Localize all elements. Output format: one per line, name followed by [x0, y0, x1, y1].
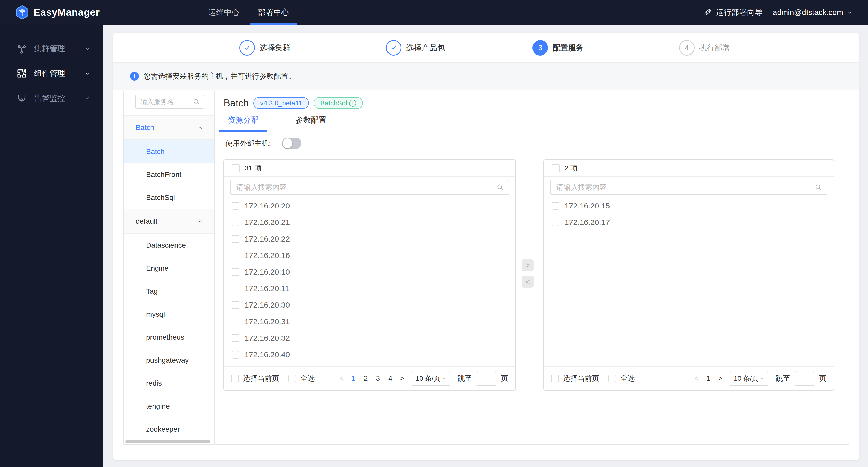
top-nav-item-2[interactable]: 部署中心	[249, 0, 298, 25]
step-connector	[287, 47, 384, 48]
user-menu[interactable]: admin@dtstack.com	[773, 8, 853, 17]
host-checkbox[interactable]	[552, 202, 559, 210]
target-count: 2 项	[564, 163, 578, 173]
tag-info-icon[interactable]: i	[349, 100, 356, 107]
select-all-checkbox[interactable]	[288, 374, 296, 382]
page-size-select[interactable]: 10 条/页	[411, 371, 450, 386]
move-left-button[interactable]: <	[522, 276, 533, 288]
service-tag: BatchSql i	[314, 97, 363, 109]
service-search-input[interactable]	[141, 96, 192, 108]
host-checkbox[interactable]	[231, 235, 239, 243]
top-nav-item-1[interactable]: 运维中心	[199, 0, 249, 25]
service-item-Engine[interactable]: Engine	[124, 257, 214, 280]
page-size-select[interactable]: 10 条/页	[730, 371, 769, 386]
source-search-input[interactable]	[236, 181, 494, 194]
sidebar-item-告警监控[interactable]: 告警监控	[0, 86, 103, 110]
host-ip: 172.16.20.32	[245, 334, 290, 342]
service-item-mysql[interactable]: mysql	[124, 303, 214, 326]
next-page-button[interactable]: >	[715, 374, 726, 382]
next-page-button[interactable]: >	[397, 374, 408, 382]
run-deploy-wizard-link[interactable]: 运行部署向导	[704, 7, 763, 18]
page-number-2[interactable]: 2	[360, 374, 372, 382]
host-row: 172.16.20.40	[231, 346, 513, 363]
host-checkbox[interactable]	[231, 334, 239, 342]
host-ip: 172.16.20.21	[245, 218, 290, 227]
service-item-pushgateway[interactable]: pushgateway	[124, 349, 214, 372]
alert-monitor-icon	[17, 93, 27, 103]
host-checkbox[interactable]	[231, 318, 239, 326]
select-all-header-checkbox[interactable]	[231, 164, 240, 172]
pagination: <1>10 条/页跳至页	[691, 371, 826, 386]
top-bar: EasyManager 运维中心部署中心 运行部署向导 admin@dtstac…	[0, 0, 868, 25]
host-row: 172.16.20.15	[552, 198, 831, 214]
service-group-name: Batch	[136, 124, 197, 132]
host-checkbox[interactable]	[231, 252, 239, 259]
host-checkbox[interactable]	[231, 301, 239, 309]
service-list: BatchBatchBatchFrontBatchSqldefaultDatas…	[124, 115, 214, 441]
tab-resource-allocation[interactable]: 资源分配	[224, 109, 263, 131]
host-checkbox[interactable]	[231, 268, 239, 276]
host-checkbox[interactable]	[231, 351, 239, 359]
host-checkbox[interactable]	[231, 202, 239, 210]
search-icon	[496, 184, 504, 191]
select-all-checkbox[interactable]	[609, 374, 616, 382]
source-footer: 选择当前页全选<1234>10 条/页跳至页	[224, 366, 516, 390]
step-4[interactable]: 4执行部署	[679, 33, 730, 63]
step-label: 选择集群	[259, 43, 290, 53]
host-ip: 172.16.20.15	[564, 201, 610, 210]
step-2[interactable]: 选择产品包	[386, 33, 445, 63]
select-all-group: 全选	[609, 373, 635, 383]
page-unit-label: 页	[501, 373, 508, 383]
select-current-page-checkbox[interactable]	[231, 374, 239, 382]
service-item-BatchFront[interactable]: BatchFront	[124, 163, 214, 186]
jump-page-input[interactable]	[477, 371, 496, 386]
service-item-Datascience[interactable]: Datascience	[124, 234, 214, 257]
page-number-4[interactable]: 4	[384, 374, 397, 382]
tab-parameter-config[interactable]: 参数配置	[291, 109, 331, 131]
step-label: 配置服务	[553, 43, 584, 53]
select-current-page-checkbox[interactable]	[551, 374, 559, 382]
page-size-label: 10 条/页	[734, 374, 758, 383]
service-item-Batch[interactable]: Batch	[124, 140, 214, 163]
component-icon	[17, 68, 27, 78]
external-host-toggle[interactable]	[282, 138, 301, 149]
service-item-redis[interactable]: redis	[124, 372, 214, 395]
host-ip: 172.16.20.40	[245, 350, 290, 359]
sidebar-item-集群管理[interactable]: 集群管理	[0, 36, 103, 61]
user-email: admin@dtstack.com	[773, 8, 843, 17]
move-right-button[interactable]: >	[522, 259, 533, 271]
top-nav-label: 运维中心	[208, 7, 239, 18]
check-icon	[389, 43, 398, 52]
service-panel: BatchBatchBatchFrontBatchSqldefaultDatas…	[124, 91, 215, 444]
service-item-BatchSql[interactable]: BatchSql	[124, 186, 214, 209]
service-item-Tag[interactable]: Tag	[124, 280, 214, 303]
service-group-Batch[interactable]: Batch	[124, 115, 214, 140]
service-item-zookeeper[interactable]: zookeeper	[124, 418, 214, 441]
host-checkbox[interactable]	[231, 285, 239, 292]
page-number-1[interactable]: 1	[702, 374, 715, 382]
host-row: 172.16.20.17	[552, 214, 831, 231]
host-ip: 172.16.20.10	[245, 268, 290, 276]
jump-to-label: 跳至	[458, 373, 472, 383]
page-number-1[interactable]: 1	[347, 374, 360, 382]
host-checkbox[interactable]	[231, 219, 239, 226]
step-label: 执行部署	[699, 43, 730, 53]
service-group-default[interactable]: default	[124, 209, 214, 234]
chevron-down-icon	[84, 70, 91, 77]
host-checkbox[interactable]	[552, 219, 559, 226]
select-all-label: 全选	[300, 373, 315, 383]
step-3[interactable]: 3配置服务	[532, 33, 584, 63]
service-item-prometheus[interactable]: prometheus	[124, 326, 214, 349]
service-item-tengine[interactable]: tengine	[124, 395, 214, 418]
sidebar-item-组件管理[interactable]: 组件管理	[0, 61, 103, 86]
target-search-box	[550, 179, 828, 195]
select-current-page-label: 选择当前页	[563, 373, 599, 383]
jump-page-input[interactable]	[795, 371, 814, 386]
horizontal-scrollbar[interactable]	[125, 440, 210, 443]
step-1[interactable]: 选择集群	[239, 33, 290, 63]
select-all-header-checkbox[interactable]	[552, 164, 560, 172]
target-search-input[interactable]	[556, 181, 812, 194]
page-number-3[interactable]: 3	[372, 374, 384, 382]
host-row: 172.16.20.10	[231, 264, 513, 280]
host-ip: 172.16.20.11	[245, 284, 289, 293]
